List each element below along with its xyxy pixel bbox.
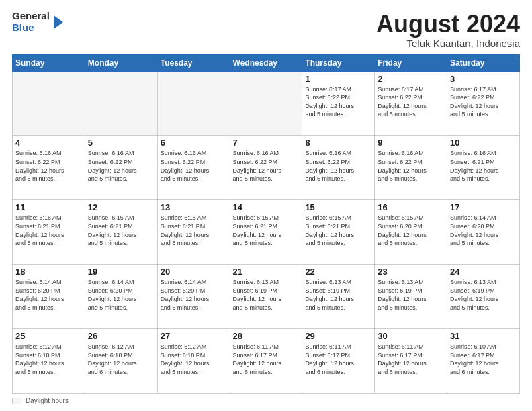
calendar-day-cell: 3Sunrise: 6:17 AM Sunset: 6:22 PM Daylig…	[447, 71, 520, 136]
calendar-day-header: Wednesday	[230, 54, 302, 71]
day-number: 23	[378, 267, 444, 277]
day-info: Sunrise: 6:16 AM Sunset: 6:22 PM Dayligh…	[88, 149, 154, 183]
day-info: Sunrise: 6:14 AM Sunset: 6:20 PM Dayligh…	[88, 278, 154, 312]
logo-text-block: General Blue	[12, 11, 50, 33]
calendar-day-cell: 1Sunrise: 6:17 AM Sunset: 6:22 PM Daylig…	[302, 71, 375, 136]
day-info: Sunrise: 6:16 AM Sunset: 6:22 PM Dayligh…	[161, 149, 227, 183]
day-info: Sunrise: 6:14 AM Sunset: 6:20 PM Dayligh…	[450, 214, 517, 247]
calendar-day-header: Friday	[375, 54, 447, 71]
day-info: Sunrise: 6:16 AM Sunset: 6:22 PM Dayligh…	[15, 149, 82, 183]
day-info: Sunrise: 6:14 AM Sunset: 6:20 PM Dayligh…	[161, 278, 227, 312]
day-info: Sunrise: 6:17 AM Sunset: 6:22 PM Dayligh…	[378, 85, 444, 119]
calendar-day-cell: 26Sunrise: 6:12 AM Sunset: 6:18 PM Dayli…	[85, 329, 157, 394]
calendar-day-cell	[85, 71, 157, 136]
calendar-day-cell: 23Sunrise: 6:13 AM Sunset: 6:19 PM Dayli…	[375, 265, 447, 329]
calendar-week-row: 4Sunrise: 6:16 AM Sunset: 6:22 PM Daylig…	[13, 136, 520, 200]
day-info: Sunrise: 6:13 AM Sunset: 6:19 PM Dayligh…	[233, 278, 300, 312]
day-number: 3	[450, 74, 517, 84]
day-info: Sunrise: 6:16 AM Sunset: 6:22 PM Dayligh…	[233, 149, 300, 183]
day-number: 1	[305, 74, 371, 84]
day-number: 18	[15, 267, 82, 277]
calendar-day-cell: 11Sunrise: 6:16 AM Sunset: 6:21 PM Dayli…	[13, 200, 85, 265]
day-number: 26	[88, 331, 154, 341]
logo-image: General Blue	[12, 11, 64, 33]
calendar-day-cell: 12Sunrise: 6:15 AM Sunset: 6:21 PM Dayli…	[85, 200, 157, 265]
day-info: Sunrise: 6:13 AM Sunset: 6:19 PM Dayligh…	[305, 278, 371, 312]
day-number: 17	[450, 202, 517, 212]
logo-general: General	[12, 11, 50, 22]
day-info: Sunrise: 6:15 AM Sunset: 6:21 PM Dayligh…	[88, 214, 154, 247]
day-number: 22	[305, 267, 371, 277]
calendar-day-cell: 17Sunrise: 6:14 AM Sunset: 6:20 PM Dayli…	[447, 200, 520, 265]
day-info: Sunrise: 6:11 AM Sunset: 6:17 PM Dayligh…	[233, 342, 300, 376]
day-info: Sunrise: 6:10 AM Sunset: 6:17 PM Dayligh…	[450, 342, 517, 376]
calendar-day-cell: 8Sunrise: 6:16 AM Sunset: 6:22 PM Daylig…	[302, 136, 375, 200]
calendar-day-cell: 13Sunrise: 6:15 AM Sunset: 6:21 PM Dayli…	[157, 200, 230, 265]
header: General Blue August 2024 Teluk Kuantan, …	[12, 11, 520, 49]
calendar-day-cell	[157, 71, 230, 136]
day-number: 27	[161, 331, 227, 341]
footer-note: Daylight hours	[12, 397, 520, 404]
day-info: Sunrise: 6:13 AM Sunset: 6:19 PM Dayligh…	[450, 278, 517, 312]
logo: General Blue	[12, 11, 64, 33]
calendar-day-cell: 14Sunrise: 6:15 AM Sunset: 6:21 PM Dayli…	[230, 200, 302, 265]
calendar-table: SundayMondayTuesdayWednesdayThursdayFrid…	[12, 54, 520, 394]
day-number: 8	[305, 138, 371, 148]
calendar-day-cell: 5Sunrise: 6:16 AM Sunset: 6:22 PM Daylig…	[85, 136, 157, 200]
calendar-day-cell: 2Sunrise: 6:17 AM Sunset: 6:22 PM Daylig…	[375, 71, 447, 136]
daylight-box-icon	[12, 398, 21, 404]
day-number: 30	[378, 331, 444, 341]
day-number: 9	[378, 138, 444, 148]
calendar-day-header: Thursday	[302, 54, 375, 71]
calendar-day-cell: 21Sunrise: 6:13 AM Sunset: 6:19 PM Dayli…	[230, 265, 302, 329]
day-info: Sunrise: 6:16 AM Sunset: 6:21 PM Dayligh…	[450, 149, 517, 183]
day-info: Sunrise: 6:12 AM Sunset: 6:18 PM Dayligh…	[161, 342, 227, 376]
day-number: 31	[450, 331, 517, 341]
calendar-day-cell: 22Sunrise: 6:13 AM Sunset: 6:19 PM Dayli…	[302, 265, 375, 329]
logo-blue: Blue	[12, 22, 50, 34]
day-number: 10	[450, 138, 517, 148]
calendar-day-cell: 29Sunrise: 6:11 AM Sunset: 6:17 PM Dayli…	[302, 329, 375, 394]
day-info: Sunrise: 6:11 AM Sunset: 6:17 PM Dayligh…	[305, 342, 371, 376]
svg-marker-0	[54, 15, 63, 29]
calendar-day-cell: 7Sunrise: 6:16 AM Sunset: 6:22 PM Daylig…	[230, 136, 302, 200]
calendar-day-cell: 24Sunrise: 6:13 AM Sunset: 6:19 PM Dayli…	[447, 265, 520, 329]
day-info: Sunrise: 6:15 AM Sunset: 6:21 PM Dayligh…	[233, 214, 300, 247]
calendar-day-cell: 10Sunrise: 6:16 AM Sunset: 6:21 PM Dayli…	[447, 136, 520, 200]
calendar-day-cell: 18Sunrise: 6:14 AM Sunset: 6:20 PM Dayli…	[13, 265, 85, 329]
day-number: 14	[233, 202, 300, 212]
calendar-day-cell: 30Sunrise: 6:11 AM Sunset: 6:17 PM Dayli…	[375, 329, 447, 394]
calendar-day-cell: 9Sunrise: 6:16 AM Sunset: 6:22 PM Daylig…	[375, 136, 447, 200]
day-number: 5	[88, 138, 154, 148]
day-number: 20	[161, 267, 227, 277]
day-number: 28	[233, 331, 300, 341]
day-number: 7	[233, 138, 300, 148]
day-info: Sunrise: 6:12 AM Sunset: 6:18 PM Dayligh…	[88, 342, 154, 376]
day-info: Sunrise: 6:15 AM Sunset: 6:20 PM Dayligh…	[378, 214, 444, 247]
location: Teluk Kuantan, Indonesia	[376, 38, 520, 49]
page: General Blue August 2024 Teluk Kuantan, …	[0, 0, 532, 411]
day-info: Sunrise: 6:13 AM Sunset: 6:19 PM Dayligh…	[378, 278, 444, 312]
day-number: 24	[450, 267, 517, 277]
day-number: 16	[378, 202, 444, 212]
calendar-day-cell: 25Sunrise: 6:12 AM Sunset: 6:18 PM Dayli…	[13, 329, 85, 394]
month-year: August 2024	[376, 11, 520, 38]
calendar-week-row: 11Sunrise: 6:16 AM Sunset: 6:21 PM Dayli…	[13, 200, 520, 265]
day-info: Sunrise: 6:16 AM Sunset: 6:21 PM Dayligh…	[15, 214, 82, 247]
day-info: Sunrise: 6:17 AM Sunset: 6:22 PM Dayligh…	[305, 85, 371, 119]
calendar-day-cell: 27Sunrise: 6:12 AM Sunset: 6:18 PM Dayli…	[157, 329, 230, 394]
daylight-label: Daylight hours	[26, 397, 69, 404]
calendar-day-cell	[230, 71, 302, 136]
day-info: Sunrise: 6:15 AM Sunset: 6:21 PM Dayligh…	[305, 214, 371, 247]
day-number: 21	[233, 267, 300, 277]
calendar-week-row: 18Sunrise: 6:14 AM Sunset: 6:20 PM Dayli…	[13, 265, 520, 329]
calendar-day-cell: 20Sunrise: 6:14 AM Sunset: 6:20 PM Dayli…	[157, 265, 230, 329]
calendar-day-header: Monday	[85, 54, 157, 71]
logo-arrow-icon	[51, 13, 64, 32]
day-number: 12	[88, 202, 154, 212]
title-block: August 2024 Teluk Kuantan, Indonesia	[376, 11, 520, 49]
day-number: 19	[88, 267, 154, 277]
calendar-day-cell: 6Sunrise: 6:16 AM Sunset: 6:22 PM Daylig…	[157, 136, 230, 200]
calendar-week-row: 25Sunrise: 6:12 AM Sunset: 6:18 PM Dayli…	[13, 329, 520, 394]
day-number: 2	[378, 74, 444, 84]
